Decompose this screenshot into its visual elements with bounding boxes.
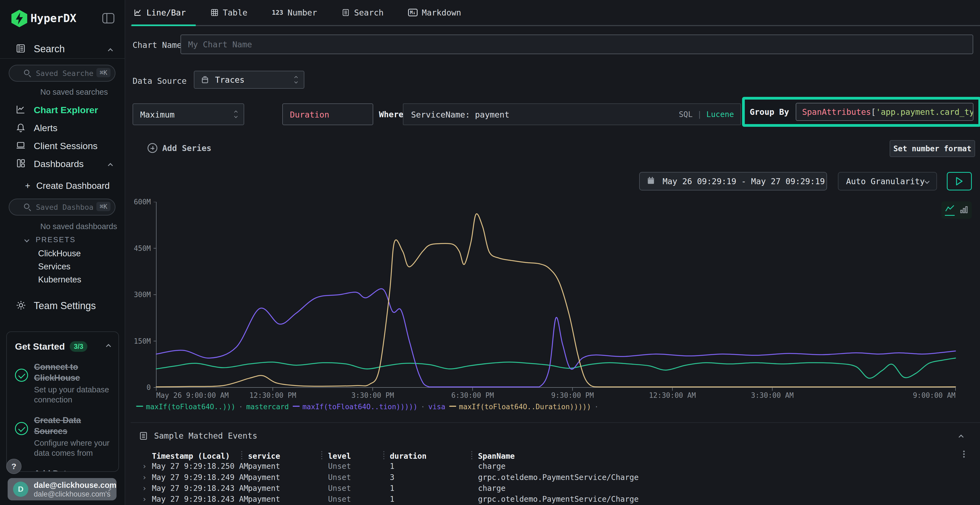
create-dashboard-button[interactable]: +Create Dashboard [25,181,110,191]
set-number-format-button[interactable]: Set number format [889,140,975,157]
legend-item[interactable]: maxIf(toFloat64O..)))·mastercard [136,403,289,411]
run-query-button[interactable] [947,172,972,191]
tab-search[interactable]: Search [342,8,383,17]
search-icon [24,203,29,209]
select-updown-icon [235,111,237,118]
legend-item[interactable]: maxIf(toFloat64O..tion)))))·visa [293,403,445,411]
group-by-input[interactable]: SpanAttributes['app.payment.card_type'] [796,103,974,121]
tab-number[interactable]: 123 Number [272,8,317,17]
granularity-select[interactable]: Auto Granularity [838,172,937,191]
help-button[interactable]: ? [6,459,22,474]
get-started-item[interactable]: Create Data Sources Configure where your… [15,415,110,459]
lucene-toggle[interactable]: Lucene [706,110,734,119]
date-range-picker[interactable]: May 26 09:29:19 - May 27 09:29:19 [639,172,827,191]
legend-line-swatch [449,406,456,407]
cell-duration[interactable]: 3 [390,473,395,482]
column-resize-handle[interactable] [321,451,322,459]
column-resize-handle[interactable] [471,451,472,459]
cell-level[interactable]: Unset [328,462,351,471]
cell-service[interactable]: payment [248,473,280,482]
row-expand-icon[interactable]: › [142,484,147,493]
get-started-item[interactable]: Add Data Start sending logs, metrics, or… [15,468,110,472]
cell-timestamp[interactable]: May 27 9:29:18.243 AM [152,495,248,503]
row-expand-icon[interactable]: › [142,473,147,482]
preset-services[interactable]: Services [38,262,70,272]
preset-clickhouse[interactable]: ClickHouse [38,249,81,259]
sidebar-item-client-sessions[interactable]: Client Sessions [0,137,125,155]
cell-spanname[interactable]: grpc.oteldemo.PaymentService/Charge [478,473,639,482]
list-icon [139,431,148,440]
chart-legend: maxIf(toFloat64O..)))·mastercardmaxIf(to… [136,403,606,411]
chevron-up-icon[interactable] [108,48,113,53]
cell-level[interactable]: Unset [328,473,351,482]
tab-table[interactable]: Table [210,8,247,17]
data-source-select[interactable]: Traces [194,71,304,89]
tab-line-bar[interactable]: Line/Bar [134,8,186,17]
y-axis-label: 450M [134,245,151,252]
chart-name-input[interactable] [181,35,973,54]
sidebar-collapse-icon[interactable] [102,13,115,24]
field-inputbox[interactable]: Duration [282,103,373,125]
chart-svg[interactable] [154,202,958,392]
sample-events-title: Sample Matched Events [154,431,257,440]
sidebar-item-alerts[interactable]: Alerts [0,119,125,137]
sample-events-header[interactable]: Sample Matched Events [139,431,257,440]
cell-spanname[interactable]: charge [478,462,506,471]
legend-separator: · [239,403,243,411]
cell-service[interactable]: payment [248,462,280,471]
chevron-up-icon[interactable] [108,163,113,168]
cell-service[interactable]: payment [248,495,280,503]
column-header[interactable]: level [328,452,351,461]
no-saved-searches-note: No saved searches [40,87,108,97]
cell-service[interactable]: payment [248,484,280,493]
chart-type-tabbar: Line/Bar Table 123 Number Search M↓ Mark… [134,0,461,25]
dashboard-grid-icon [16,158,25,169]
row-expand-icon[interactable]: › [142,495,147,503]
x-axis-labels: May 26 9:00:00 AM12:30:00 PM3:30:00 PM6:… [156,391,956,401]
column-resize-handle[interactable] [383,451,384,459]
saved-searches-input[interactable]: ⌘K [9,65,115,82]
cell-duration[interactable]: 1 [390,495,395,503]
presets-toggle[interactable]: PRESETS [25,236,76,244]
x-axis-label: 12:30:00 PM [249,391,296,399]
cell-timestamp[interactable]: May 27 9:29:18.243 AM [152,484,248,493]
cell-timestamp[interactable]: May 27 9:29:18.250 AM [152,462,248,471]
saved-dashboards-field[interactable] [36,201,93,213]
saved-dashboards-input[interactable]: ⌘K [9,199,115,216]
cell-duration[interactable]: 1 [390,462,395,471]
app-title: HyperDX [30,12,76,24]
user-menu[interactable]: D dale@clickhouse.com dale@clickhouse.co… [8,478,116,500]
cell-spanname[interactable]: grpc.oteldemo.PaymentService/Charge [478,495,639,503]
cell-level[interactable]: Unset [328,484,351,493]
hyperdx-logo-icon [11,10,27,28]
cell-duration[interactable]: 1 [390,484,395,493]
cell-level[interactable]: Unset [328,495,351,503]
tab-markdown[interactable]: M↓ Markdown [408,8,461,17]
sidebar-section-search[interactable]: Search [0,40,125,58]
preset-kubernetes[interactable]: Kubernetes [38,275,81,284]
cell-spanname[interactable]: charge [478,484,506,493]
row-expand-icon[interactable]: › [142,462,147,471]
saved-searches-field[interactable] [36,67,93,79]
bar-mode-icon[interactable] [959,205,968,215]
cell-timestamp[interactable]: May 27 9:29:18.249 AM [152,473,248,482]
column-resize-handle[interactable] [241,451,242,459]
play-icon [955,176,963,186]
sidebar-item-dashboards[interactable]: Dashboards [0,155,125,173]
add-series-button[interactable]: Add Series [148,143,212,153]
chevron-up-icon[interactable] [106,344,111,349]
aggregation-select[interactable]: Maximum [132,103,244,125]
sidebar-item-chart-explorer[interactable]: Chart Explorer [0,101,125,119]
column-header[interactable]: service [248,452,280,461]
sidebar-item-team-settings[interactable]: Team Settings [0,297,125,314]
table-options-icon[interactable] [963,451,965,452]
collapse-section-icon[interactable] [958,435,963,440]
get-started-item[interactable]: Connect to ClickHouse Set up your databa… [15,362,110,405]
legend-item[interactable]: maxIf(toFloat64O..Duration)))))· [449,403,602,411]
column-header[interactable]: duration [390,452,426,461]
sql-toggle[interactable]: SQL [679,110,693,119]
column-header[interactable]: Timestamp (Local) [152,452,230,461]
column-header[interactable]: SpanName [478,452,515,461]
where-inputbox[interactable]: ServiceName: payment SQL | Lucene [403,103,741,125]
sidebar-item-label: Client Sessions [34,141,97,151]
